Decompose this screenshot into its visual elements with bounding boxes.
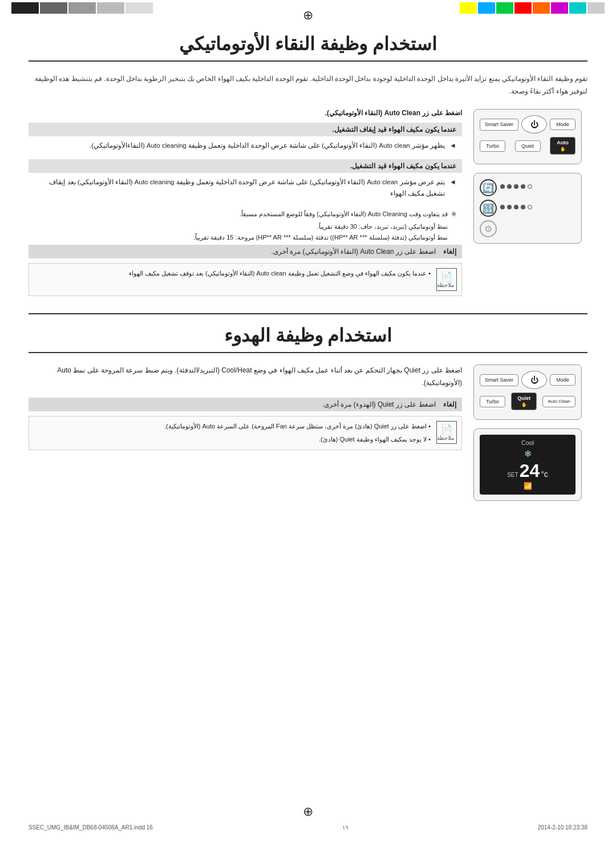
ac-temp-row: SET 24 °c [484,462,571,480]
btn-auto-highlighted: Auto ✋ [550,137,576,155]
note-document-icon: 📄 [439,271,454,282]
btn-auto-clean: Auto Clean [542,396,576,407]
dot-filled-7 [514,205,518,209]
remote-2: Smart Saver ⏻ Mode Turbo [473,365,582,420]
btn-power-1: ⏻ [521,115,547,133]
when-on-body: ◄ يتم عرض مؤشر Auto clean (النقاء الأوتو… [29,176,462,200]
ac-icon-row: 📶 [484,482,571,490]
note-icon-box: 📄 ملاحظة [436,268,457,291]
top-bar-left [0,0,308,16]
page-content: استخدام وظيفة النقاء الأوتوماتيكي تقوم و… [0,16,616,529]
color-block-1 [11,2,39,14]
cancel-row-1: إلغاء اضغط على زر Auto Clean (النقاء الأ… [29,245,462,258]
fan-icon-3: ⚙ [480,220,497,237]
btn-smart-saver: Smart Saver [480,119,518,131]
bullet-arrow-2: ◄ [449,176,456,189]
fan-row-1: 🔄 [480,179,576,196]
set-label: SET [507,472,518,478]
btn-power-2: ⏻ [521,371,547,389]
ac-display-inner: Cool ❄ SET 24 °c 📶 [480,435,576,495]
footer-left: SSEC_UMG_IB&IM_DB68-04508A_AR1.indd 16 [29,824,153,831]
dot-filled-3 [514,184,518,189]
color-block-5 [125,2,153,14]
press-instruction: اضغط على زر Auto Clean (النقاء الأوتومات… [29,109,462,117]
dot-row-1 [500,184,532,189]
fan-icon-1: 🔄 [480,179,497,196]
note-block-2: 📄 ملاحظة • اضغط على زر Quiet (هادئ) مرة … [29,416,462,450]
remote2-row-1: Smart Saver ⏻ Mode [480,371,576,389]
dot-filled-1 [500,184,505,189]
section1-title: استخدام وظيفة النقاء الأوتوماتيكي [29,33,587,62]
btn-mode: Mode [550,119,576,130]
note-icon-container: 📄 ملاحظة [436,268,457,291]
bullet-item-2: ◄ يتم عرض مؤشر Auto clean (النقاء الأوتو… [34,176,456,200]
fan-icon-2: 🔢 [480,200,497,217]
remote-1: Smart Saver ⏻ Mode Turbo [473,109,582,164]
when-ac-on-block: عندما يكون مكيف الهواء قيد التشغيل. ◄ يت… [29,159,462,200]
section2-intro: اضغط على زر Quiet بجهاز التحكم عن بعد أث… [29,365,462,389]
fan-circle-1: 🔄 [480,179,532,196]
remote2-row-2: Turbo Quiet ✋ Auto Clean [480,392,576,410]
color-blue [478,2,495,14]
fan-circle-2: 🔢 [480,200,532,217]
btn-quiet: Quiet [515,140,541,152]
note-icon-container-2: 📄 ملاحظة [436,421,457,444]
btn-quiet-highlighted: Quiet ✋ [511,392,537,410]
remote-row-2: Turbo Quiet Auto ✋ [480,137,576,155]
section1-two-col: اضغط على زر Auto Clean (النقاء الأوتومات… [29,109,587,296]
when-on-header: عندما يكون مكيف الهواء قيد التشغيل. [29,159,462,173]
dot-filled-4 [521,184,525,189]
snowflake-icon: ❄ [524,448,532,459]
note-block-1: 📄 ملاحظة • عندما يكون مكيف الهواء في وضع… [29,263,462,296]
footer-right: 2014-2-10 18:23:38 [538,824,587,831]
time-note-1: نمط أوتوماتيكي (تبريد، تبريد، جاف: 30 دق… [34,221,456,232]
color-block-2 [40,2,67,14]
btn-mode-2: Mode [550,374,576,386]
ac-mode-text: Cool [484,439,571,446]
section2-side-col: Smart Saver ⏻ Mode Turbo [473,365,587,501]
registration-mark-top: ⊕ [303,8,313,23]
color-cyan [569,2,586,14]
remote-row-1: Smart Saver ⏻ Mode [480,115,576,133]
note-text-2: • اضغط على زر Quiet (هادئ) مرة أخرى، ستظ… [164,421,431,444]
note-icon-box-2: 📄 ملاحظة [436,421,457,444]
asterisk-note: ※ قد يتفاوت وقت Auto Cleaning (النقاء ال… [29,207,462,245]
bullet-arrow-1: ◄ [449,140,456,152]
color-yellow [460,2,477,14]
page-number: ١٦ [342,824,348,831]
note-document-icon-2: 📄 [439,424,454,435]
section-divider [29,313,587,314]
btn-turbo-2: Turbo [480,396,505,407]
section-quiet: استخدام وظيفة الهدوء اضغط على زر Quiet ب… [29,325,587,501]
registration-mark-bottom: ⊕ [303,804,313,819]
fan-dots-1 [500,184,532,191]
fan-row-2: 🔢 [480,200,576,217]
btn-smart-saver-2: Smart Saver [480,374,518,386]
dot-filled-6 [507,205,512,209]
cancel-row-2: إلغاء اضغط على زر Quiet (الهدوء) مرة أخر… [29,398,462,411]
bullet-item-1: ◄ يظهر مؤشر Auto clean (النقاء الأوتومات… [34,140,456,152]
dot-empty-2 [528,205,532,209]
top-bar-right [308,0,616,16]
color-red [514,2,532,14]
color-gray [587,2,605,14]
signal-icon: 📶 [524,482,532,490]
when-off-header: عندما يكون مكيف الهواء قيد إيقاف التشغيل… [29,123,462,136]
ac-snowflake-row: ❄ [484,448,571,459]
color-block-3 [68,2,96,14]
section2-main-col: اضغط على زر Quiet بجهاز التحكم عن بعد أث… [29,365,462,450]
asterisk-row-1: ※ قد يتفاوت وقت Auto Cleaning (النقاء ال… [34,209,456,220]
dot-filled-8 [521,205,525,209]
dot-empty-1 [528,184,532,189]
color-magenta [551,2,568,14]
section1-side-col: Smart Saver ⏻ Mode Turbo [473,109,587,244]
section1-intro: تقوم وظيفة النقاء الأوتوماتيكي بمنع تزاي… [29,73,587,98]
fan-row-3: ⚙ [480,220,576,237]
color-green [496,2,513,14]
time-note-2: نمط أوتوماتيكي (تدفئة (سلسلة *** HP** AR… [34,232,456,243]
color-orange [533,2,550,14]
note-text-1: • عندما يكون مكيف الهواء في وضع التشغيل … [129,268,431,279]
ac-temp-unit: °c [541,469,548,479]
section2-title: استخدام وظيفة الهدوء [29,325,587,353]
ac-display: Cool ❄ SET 24 °c 📶 [473,428,582,501]
